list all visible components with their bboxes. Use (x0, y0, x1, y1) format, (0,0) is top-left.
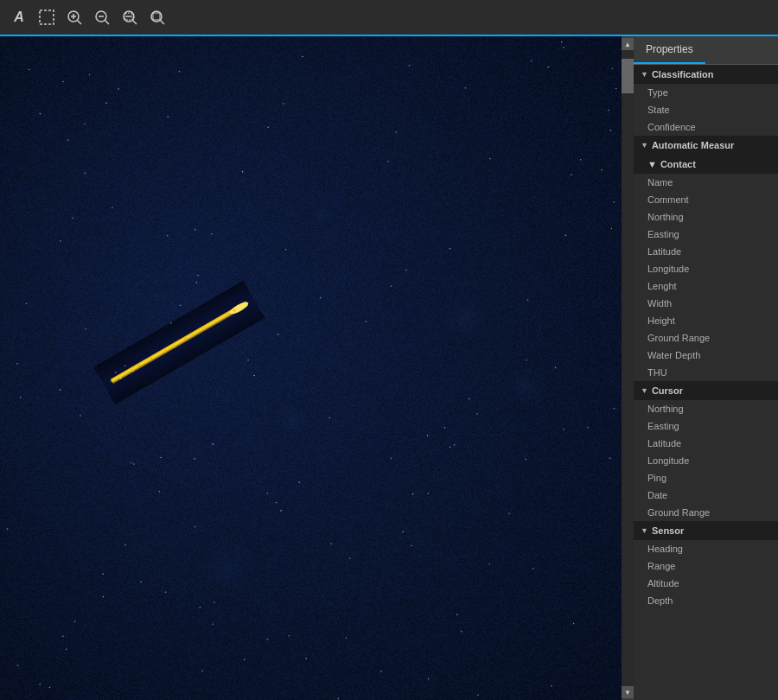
cursor-section-header[interactable]: ▼ Cursor (634, 381, 778, 400)
prop-contact-water-depth: Water Depth (634, 347, 778, 364)
prop-cursor-easting: Easting (634, 417, 778, 435)
prop-sensor-range: Range (634, 557, 778, 575)
sensor-triangle: ▼ (641, 526, 648, 535)
properties-tab[interactable]: Properties (634, 36, 705, 64)
scroll-down-arrow[interactable]: ▼ (622, 686, 634, 698)
region-select-icon[interactable] (35, 5, 59, 29)
zoom-out-icon[interactable] (90, 5, 114, 29)
classification-triangle: ▼ (641, 70, 648, 79)
prop-contact-latitude: Latitude (634, 243, 778, 260)
prop-cursor-date: Date (634, 487, 778, 504)
prop-contact-northing: Northing (634, 208, 778, 226)
contact-label: Contact (660, 159, 696, 169)
main-content: ▲ ▼ Properties ▼ Classification Type Sta… (0, 36, 778, 700)
auto-measure-triangle: ▼ (641, 141, 648, 150)
auto-measure-section-header[interactable]: ▼ Automatic Measur (634, 136, 778, 155)
svg-line-13 (161, 21, 165, 25)
prop-sensor-altitude: Altitude (634, 575, 778, 592)
contact-section-header[interactable]: ▼ Contact (634, 155, 778, 174)
text-tool-icon[interactable]: A (7, 5, 31, 29)
scroll-track[interactable] (622, 50, 634, 686)
prop-contact-height: Height (634, 312, 778, 329)
svg-rect-14 (153, 13, 160, 20)
prop-type: Type (634, 84, 778, 101)
zoom-fit-icon[interactable] (118, 5, 142, 29)
prop-cursor-ground-range: Ground Range (634, 504, 778, 521)
prop-cursor-ping: Ping (634, 469, 778, 487)
prop-contact-longitude: Longitude (634, 260, 778, 277)
prop-cursor-northing: Northing (634, 400, 778, 417)
classification-section-header[interactable]: ▼ Classification (634, 65, 778, 84)
prop-confidence: Confidence (634, 118, 778, 136)
svg-rect-0 (40, 10, 54, 24)
svg-line-9 (133, 21, 137, 25)
map-area[interactable] (0, 36, 622, 700)
zoom-extent-icon[interactable] (145, 5, 169, 29)
cursor-label: Cursor (652, 385, 683, 396)
properties-tab-header: Properties (634, 36, 778, 65)
prop-cursor-latitude: Latitude (634, 435, 778, 452)
prop-state: State (634, 101, 778, 118)
classification-label: Classification (652, 69, 714, 80)
prop-contact-easting: Easting (634, 226, 778, 243)
toolbar: A (0, 0, 778, 36)
sensor-section-header[interactable]: ▼ Sensor (634, 521, 778, 540)
scroll-thumb[interactable] (622, 59, 634, 93)
sar-canvas (0, 36, 622, 700)
prop-contact-lenght: Lenght (634, 277, 778, 295)
prop-contact-width: Width (634, 295, 778, 312)
zoom-in-icon[interactable] (62, 5, 86, 29)
properties-panel: Properties ▼ Classification Type State C… (634, 36, 778, 700)
prop-sensor-heading: Heading (634, 540, 778, 557)
cursor-triangle: ▼ (641, 386, 648, 395)
prop-contact-ground-range: Ground Range (634, 329, 778, 347)
svg-line-6 (105, 21, 110, 25)
prop-contact-comment: Comment (634, 191, 778, 208)
prop-cursor-longitude: Longitude (634, 452, 778, 469)
auto-measure-label: Automatic Measur (652, 140, 734, 150)
map-scrollbar[interactable]: ▲ ▼ (622, 36, 634, 700)
sensor-label: Sensor (652, 525, 684, 536)
scroll-up-arrow[interactable]: ▲ (622, 38, 634, 50)
prop-sensor-depth: Depth (634, 592, 778, 609)
svg-line-2 (78, 21, 82, 25)
prop-contact-thu: THU (634, 364, 778, 381)
prop-contact-name: Name (634, 174, 778, 191)
contact-triangle: ▼ (647, 159, 657, 169)
